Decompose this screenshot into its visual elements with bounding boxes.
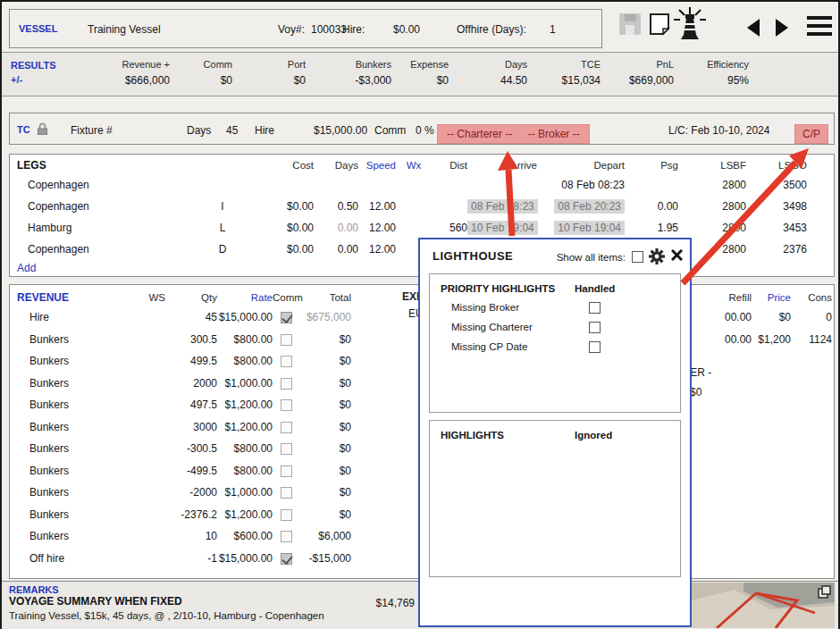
leg-dist[interactable]: 560 — [432, 222, 467, 234]
revenue-rate-value[interactable]: $15,000.00 — [217, 552, 273, 565]
handled-checkbox[interactable] — [589, 341, 601, 353]
revenue-qty-value[interactable]: 497.5 — [165, 398, 217, 411]
broker-placeholder[interactable]: -- Broker -- — [528, 128, 580, 140]
revenue-rate-value[interactable]: $800.00 — [217, 465, 273, 477]
revenue-comm-checkbox[interactable] — [281, 465, 292, 477]
revenue-comm-checkbox[interactable] — [281, 487, 292, 499]
revenue-header-rate[interactable]: Rate — [217, 292, 273, 303]
show-all-items-checkbox[interactable] — [632, 251, 643, 263]
leg-speed[interactable]: 12.00 — [358, 200, 396, 213]
tc-hire-value[interactable]: $15,000.00 — [314, 124, 367, 137]
laycan-value[interactable]: L/C: Feb 10-10, 2024 — [668, 124, 769, 137]
revenue-qty-value[interactable]: -1 — [165, 552, 217, 565]
save-icon[interactable] — [618, 13, 642, 38]
revenue-rate-value[interactable]: $800.00 — [217, 333, 273, 346]
offhire-days-value[interactable]: 1 — [550, 23, 556, 36]
revenue-qty-value[interactable]: 45 — [165, 311, 217, 323]
bunker-header-price[interactable]: Price — [752, 292, 791, 303]
leg-days[interactable]: 0.00 — [314, 222, 358, 234]
legs-header-wx[interactable]: Wx — [396, 160, 432, 171]
leg-port[interactable]: Copenhagen — [17, 200, 210, 213]
revenue-comm-checkbox[interactable] — [281, 553, 292, 565]
revenue-rate-value[interactable]: $1,000.00 — [217, 486, 273, 499]
revenue-comm-checkbox[interactable] — [281, 509, 292, 521]
revenue-qty-value[interactable]: -2000 — [165, 486, 217, 499]
leg-cost[interactable]: $0.00 — [235, 243, 314, 256]
charterer-broker-alert-field[interactable]: -- Charterer -- -- Broker -- — [437, 124, 590, 144]
revenue-rate-value[interactable]: $1,000.00 — [217, 377, 273, 390]
revenue-comm-checkbox[interactable] — [281, 356, 292, 367]
gear-icon[interactable] — [649, 248, 665, 267]
results-plus-minus-toggle[interactable]: +/- — [11, 74, 22, 85]
leg-port[interactable]: Hamburg — [17, 222, 210, 234]
leg-days[interactable]: 0.00 — [314, 243, 358, 256]
leg-arrive[interactable]: 10 Feb 19:04 — [467, 221, 538, 235]
leg-port[interactable]: Copenhagen — [17, 179, 210, 191]
handled-checkbox[interactable] — [589, 302, 601, 314]
notes-icon[interactable] — [649, 13, 670, 38]
results-column-header: Days — [449, 59, 527, 74]
revenue-comm-checkbox[interactable] — [281, 399, 292, 411]
legs-header-speed[interactable]: Speed — [358, 160, 396, 171]
revenue-qty-value[interactable]: 499.5 — [165, 355, 217, 367]
leg-cost[interactable]: $0.00 — [235, 200, 314, 213]
hire-value[interactable]: $0.00 — [393, 23, 420, 36]
revenue-row: Bunkers 499.5 $800.00 $0 — [17, 350, 358, 373]
priority-highlights-box: PRIORITY HIGHLIGHTS Handled Missing Brok… — [429, 273, 681, 413]
leg-cost[interactable]: $0.00 — [235, 222, 314, 234]
bunker-price-value[interactable]: $0 — [752, 311, 791, 323]
leg-arrive[interactable]: 08 Feb 08:23 — [467, 199, 538, 214]
revenue-rate-value[interactable]: $800.00 — [217, 355, 273, 367]
mini-map[interactable] — [692, 583, 835, 628]
prev-icon[interactable] — [745, 17, 761, 41]
close-icon[interactable] — [671, 249, 683, 264]
revenue-qty-value[interactable]: -300.5 — [165, 442, 217, 455]
bunker-price-value[interactable]: $1,200 — [752, 333, 791, 346]
revenue-qty-value[interactable]: -499.5 — [165, 465, 217, 477]
tc-comm-value[interactable]: 0 % — [416, 124, 434, 137]
results-column-header: PnL — [601, 59, 674, 74]
add-leg-link[interactable]: Add — [17, 262, 36, 274]
lighthouse-icon[interactable] — [670, 5, 710, 44]
lock-icon — [37, 122, 48, 138]
revenue-rate-value[interactable]: $1,200.00 — [217, 508, 273, 521]
revenue-comm-checkbox[interactable] — [281, 422, 292, 433]
leg-speed[interactable]: 12.00 — [358, 222, 396, 234]
revenue-qty-value[interactable]: -2376.2 — [165, 508, 217, 521]
revenue-comm-checkbox[interactable] — [281, 312, 292, 323]
bunker-cons-value: 1124 — [791, 333, 832, 346]
leg-port[interactable]: Copenhagen — [17, 243, 210, 256]
revenue-qty-value[interactable]: 2000 — [165, 377, 217, 390]
leg-depart[interactable]: 08 Feb 08:23 — [561, 179, 625, 191]
tc-days-value[interactable]: 45 — [226, 124, 238, 137]
leg-speed[interactable]: 12.00 — [358, 243, 396, 256]
revenue-rate-value[interactable]: $800.00 — [217, 442, 273, 455]
next-icon[interactable] — [774, 17, 790, 41]
vessel-name-field[interactable]: Training Vessel — [88, 23, 161, 36]
handled-checkbox[interactable] — [589, 322, 601, 333]
revenue-total-value: $0 — [299, 508, 351, 521]
revenue-qty-value[interactable]: 3000 — [165, 421, 217, 433]
revenue-comm-checkbox[interactable] — [281, 443, 292, 455]
revenue-rate-value[interactable]: $15,000.00 — [217, 311, 273, 323]
popout-icon[interactable] — [818, 585, 831, 601]
charterer-placeholder[interactable]: -- Charterer -- — [447, 128, 512, 140]
fixture-number-field[interactable]: Fixture # — [71, 124, 113, 137]
leg-depart[interactable]: 10 Feb 19:04 — [554, 221, 625, 235]
leg-depart[interactable]: 08 Feb 20:23 — [554, 199, 625, 214]
revenue-qty-value[interactable]: 300.5 — [165, 333, 217, 346]
cp-date-alert-field[interactable]: C/P — [794, 124, 828, 144]
results-column: Revenue + $666,000 — [107, 59, 170, 87]
revenue-comm-checkbox[interactable] — [281, 531, 292, 542]
revenue-comm-checkbox[interactable] — [281, 378, 292, 390]
leg-days[interactable]: 0.50 — [314, 200, 358, 213]
menu-icon[interactable] — [807, 16, 832, 40]
revenue-rate-value[interactable]: $600.00 — [217, 530, 273, 542]
revenue-comm-checkbox[interactable] — [281, 334, 292, 346]
hire-label: Hire: — [342, 23, 365, 36]
results-column-header: Expense — [391, 59, 449, 74]
vessel-bar: VESSEL Training Vessel Voy#: 100033 Hire… — [9, 9, 602, 48]
revenue-qty-value[interactable]: 10 — [165, 530, 217, 542]
revenue-rate-value[interactable]: $1,200.00 — [217, 421, 273, 433]
revenue-rate-value[interactable]: $1,200.00 — [217, 398, 273, 411]
